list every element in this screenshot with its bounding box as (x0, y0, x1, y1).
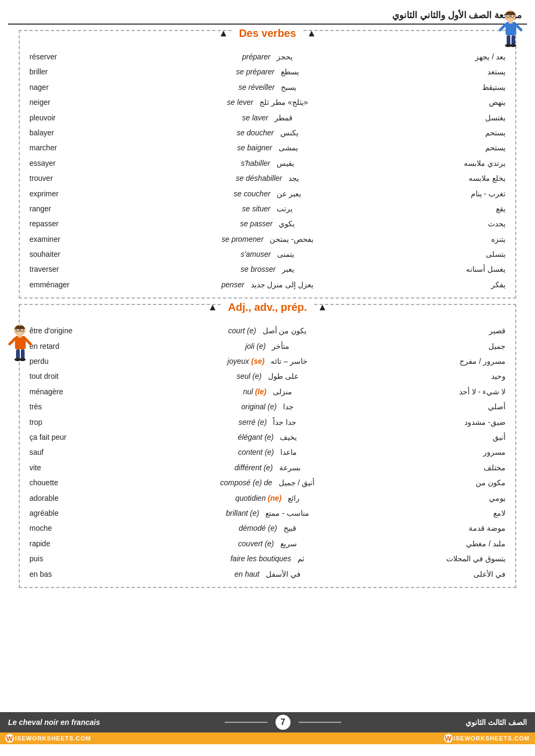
table-row: neiger se lever «يثلج» مطر ثلج ينهض (25, 95, 510, 110)
footer-center-area: 7 (225, 715, 341, 730)
table-row: nager se réveiller يسبح يستيقظ (25, 80, 510, 95)
french-left: examiner (25, 232, 185, 247)
svg-rect-8 (507, 35, 510, 45)
arabic-mid-text: ماعدا (280, 446, 297, 458)
french-left: trouver (25, 171, 185, 186)
arabic-mid-text: يفحص- يمتحن (270, 233, 314, 245)
french-left: en bas (25, 567, 185, 582)
arabic-right: يتسلى (350, 247, 510, 262)
arabic-mid: se promener يفحص- يمتحن (185, 232, 350, 247)
arabic-mid: serré (e) جدا جداً (185, 415, 350, 430)
french-mid: se lever (227, 98, 253, 106)
arabic-right: يومي (350, 491, 510, 506)
adj-heading-row: ▲ Adj., adv., prép. ▲ (25, 301, 510, 314)
french-left: essayer (25, 156, 185, 171)
french-left: perdu (25, 354, 185, 369)
arabic-right: يستيقظ (350, 80, 510, 95)
verbes-table: réserver préparer يحجز يعد / يجهز brille… (25, 49, 510, 292)
french-mid: couvert (e) (238, 539, 274, 548)
watermark-text-right: ISEWORKSHEETS.COM (454, 735, 530, 742)
arabic-mid-text: يكوي (279, 218, 295, 230)
arabic-mid-text: جدا جداً (273, 416, 296, 428)
arabic-right: يرتدي ملابسه (350, 156, 510, 171)
table-row: ça fait peur élégant (e) يخيف أنيق (25, 430, 510, 445)
french-mid: en haut (234, 570, 259, 578)
verbes-box: ▲ Des verbes ▲ réserver préparer يحجز يع… (19, 30, 516, 299)
french-left: tout droit (25, 369, 185, 384)
student-icon (5, 324, 35, 364)
french-mid: penser (221, 280, 244, 289)
svg-rect-5 (509, 21, 513, 24)
page-wrapper: مراجعة الصف الأول والثاني الثانوي (0, 0, 535, 756)
french-left: briller (25, 64, 185, 79)
verbes-heading: Des verbes (233, 27, 303, 40)
french-left: exprimer (25, 186, 185, 201)
arabic-mid: s'amuser يتمنى (185, 247, 350, 262)
arabic-mid-text: ثم (297, 553, 304, 564)
arabic-mid-text: في الأسفل (266, 568, 301, 580)
french-mid: nul (le) (243, 387, 266, 396)
french-left: pleuvoir (25, 110, 185, 125)
arabic-mid: se baigner يمشى (185, 140, 350, 155)
french-mid: se baigner (237, 143, 272, 152)
table-row: puis faire les boutiques ثم يتسوق في الم… (25, 551, 510, 566)
arabic-mid: joyeux (se) خاسر – تائه (185, 354, 350, 369)
french-left: chouette (25, 475, 185, 490)
french-left: marcher (25, 140, 185, 155)
arabic-mid-text: يقيس (277, 157, 294, 169)
arabic-mid-text: يعبر عن (277, 188, 301, 200)
arabic-right: مكون من (350, 475, 510, 490)
french-mid: différent (e) (234, 463, 273, 472)
table-row: exprimer se coucher يعبر عن تغرب - ينام (25, 186, 510, 201)
table-row: adorable quotidien (ne) رائع يومي (25, 491, 510, 506)
table-row: trop serré (e) جدا جداً ضيق- مشدود (25, 415, 510, 430)
arabic-right: يعد / يجهز (350, 49, 510, 64)
french-mid: quotidien (ne) (235, 494, 281, 502)
french-mid: se situer (242, 204, 271, 213)
arabic-mid: quotidien (ne) رائع (185, 491, 350, 506)
arabic-mid: seul (e) على طول (185, 369, 350, 384)
french-mid: se promener (221, 235, 264, 243)
french-left: agréable (25, 506, 185, 521)
svg-line-18 (10, 339, 15, 344)
table-row: essayer s'habiller يقيس يرتدي ملابسه (25, 156, 510, 171)
table-row: briller se préparer يسطع يستعد (25, 64, 510, 79)
arabic-mid: s'habiller يقيس (185, 156, 350, 171)
table-row: perdu joyeux (se) خاسر – تائه مسرور / مف… (25, 354, 510, 369)
french-mid: s'habiller (241, 159, 270, 167)
section-verbes: ▲ Des verbes ▲ réserver préparer يحجز يع… (8, 30, 527, 299)
french-mid: se brosser (241, 265, 276, 273)
french-left: vite (25, 460, 185, 475)
arabic-mid-text: رائع (288, 492, 300, 504)
arabic-right: مسرور (350, 445, 510, 460)
arabic-mid-text: مناسب - ممتع (265, 507, 309, 519)
french-left: ranger (25, 201, 185, 216)
arabic-right: قصير (350, 323, 510, 338)
arabic-mid: brillant (e) مناسب - ممتع (185, 506, 350, 521)
table-row: trouver se déshabiller يجد يخلع ملابسه (25, 171, 510, 186)
french-mid: s'amuser (241, 250, 271, 258)
character-top-right (496, 10, 525, 47)
w-icon-right: W (444, 734, 453, 743)
table-row: examiner se promener يفحص- يمتحن يتنزه (25, 232, 510, 247)
arabic-mid: penser يعزل إلى منزل جديد (185, 277, 350, 292)
arabic-mid: se brosser يعبر (185, 262, 350, 277)
french-mid: faire les boutiques (231, 554, 292, 563)
french-left: très (25, 399, 185, 414)
arabic-mid-text: يمشى (279, 142, 298, 154)
table-row: traverser se brosser يعبر يغسل أسنانه (25, 262, 510, 277)
french-mid: se coucher (234, 189, 270, 198)
arabic-mid-text: قمطر (274, 112, 293, 124)
svg-line-7 (516, 25, 521, 30)
arabic-right: وحيد (350, 369, 510, 384)
french-left: emménager (25, 277, 185, 292)
table-row: chouette composé (e) de أنيق / جميل مكون… (25, 475, 510, 490)
arrow-right-icon: ▲ (307, 28, 316, 39)
french-left: traverser (25, 262, 185, 277)
arabic-right: ملبد / مغطي (350, 536, 510, 551)
arabic-mid: se laver قمطر (185, 110, 350, 125)
arabic-right: يحدث (350, 216, 510, 231)
french-left: trop (25, 415, 185, 430)
footer-left-text: Le cheval noir en francais (8, 718, 100, 727)
arabic-mid-text: يعزل إلى منزل جديد (251, 279, 314, 291)
